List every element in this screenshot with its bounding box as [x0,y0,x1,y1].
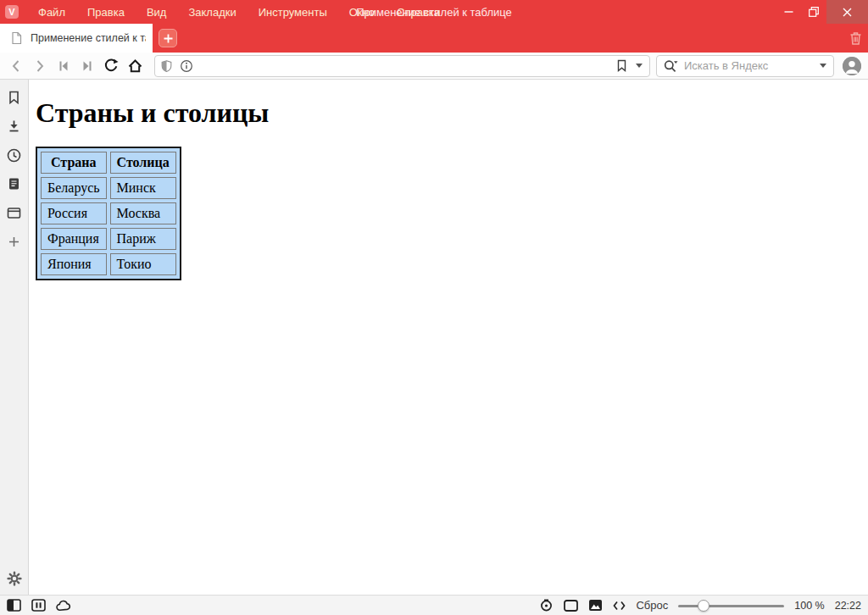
menu-file[interactable]: Файл [27,0,76,24]
info-icon[interactable] [180,59,193,73]
bookmark-icon [8,91,19,104]
menu-edit[interactable]: Правка [76,0,136,24]
rewind-button[interactable] [53,55,75,77]
toggle-images-button[interactable] [588,599,603,612]
reload-icon [103,58,119,74]
table-cell-capital: Токио [110,253,176,275]
table-cell-country: Россия [41,202,107,224]
browser-window: V Файл Правка Вид Закладки Инструменты О… [0,0,868,615]
plus-icon [164,34,173,43]
table-row: Япония Токио [41,253,176,275]
back-icon [10,59,22,73]
bookmarks-panel-button[interactable] [7,90,22,105]
forward-icon [34,59,46,73]
table-cell-country: Беларусь [41,177,107,199]
add-panel-button[interactable] [7,234,22,249]
menu-bar: Файл Правка Вид Закладки Инструменты Окн… [27,0,451,24]
table-row: Франция Париж [41,228,176,250]
history-icon [7,148,21,163]
fast-forward-button[interactable] [76,55,98,77]
image-icon [588,599,603,612]
developer-tools-button[interactable] [613,601,626,611]
tiling-button[interactable] [31,599,46,612]
bookmark-icon[interactable] [616,59,627,72]
sync-cloud-icon [56,600,72,612]
table-header-capital: Столица [110,152,176,174]
panel-sidebar [0,80,29,595]
close-button[interactable] [826,0,868,24]
panel-toggle-icon [7,599,21,612]
home-icon [127,58,143,74]
menu-view[interactable]: Вид [136,0,178,24]
zoom-level: 100 % [794,600,824,612]
notes-icon [8,177,20,191]
search-input[interactable] [684,59,820,72]
zoom-slider-handle[interactable] [698,600,709,612]
vivaldi-logo-icon[interactable]: V [5,5,19,19]
window-controls [776,0,868,24]
url-input[interactable] [198,59,616,72]
search-caret-down-icon[interactable] [820,64,826,68]
minimize-icon [784,8,793,16]
windows-panel-button[interactable] [7,205,22,220]
zoom-reset-button[interactable]: Сброс [636,599,668,612]
tiling-icon [31,599,46,612]
add-panel-icon [8,236,19,247]
menu-window[interactable]: Окно [338,0,386,24]
sync-button[interactable] [56,600,72,612]
forward-button[interactable] [29,55,51,77]
table-cell-country: Франция [41,228,107,250]
capture-page-button[interactable] [539,599,554,612]
tab-bar: Применение стилей к таблице [0,24,868,53]
restore-button[interactable] [801,0,826,24]
table-header-row: Страна Столица [41,152,176,174]
navigation-bar [0,53,868,80]
notes-panel-button[interactable] [7,176,22,191]
menu-tools[interactable]: Инструменты [248,0,338,24]
menu-bookmarks[interactable]: Закладки [177,0,247,24]
home-button[interactable] [124,55,146,77]
minimize-button[interactable] [776,0,801,24]
tab-title: Применение стилей к таблице [31,32,146,44]
table-row: Россия Москва [41,202,176,224]
web-page-content: Страны и столицы Страна Столица Беларусь… [29,80,868,595]
address-bar[interactable] [154,55,650,77]
zoom-slider[interactable] [678,600,784,612]
page-title: Страны и столицы [36,97,861,129]
tab-active[interactable]: Применение стилей к таблице [0,24,153,53]
search-icon[interactable] [664,59,678,73]
table-cell-capital: Париж [110,228,176,250]
reload-button[interactable] [100,55,122,77]
downloads-panel-button[interactable] [7,119,22,134]
bookmark-caret-down-icon[interactable] [636,64,643,68]
restore-icon [809,7,819,17]
menu-help[interactable]: Справка [386,0,451,24]
zoom-slider-track[interactable] [678,605,784,607]
table-cell-country: Япония [41,253,107,275]
rewind-icon [58,60,70,72]
table-header-country: Страна [41,152,107,174]
settings-button[interactable] [7,571,22,586]
page-icon [10,31,23,45]
closed-tabs-trash-button[interactable] [843,24,868,53]
main-area: Страны и столицы Страна Столица Беларусь… [0,80,868,595]
page-actions-button[interactable] [564,600,578,612]
new-tab-button[interactable] [159,29,177,47]
profile-button[interactable] [843,57,861,75]
table-cell-capital: Москва [110,202,176,224]
back-button[interactable] [5,55,27,77]
code-icon [613,601,626,611]
status-bar: Сброс 100 % 22:22 [0,595,868,615]
settings-icon [7,571,22,586]
table-cell-capital: Минск [110,177,176,199]
profile-icon [843,57,861,75]
trash-icon [849,31,862,46]
panel-toggle-button[interactable] [7,599,21,612]
search-field[interactable] [656,55,834,77]
address-bar-actions [616,59,644,72]
clock: 22:22 [835,600,861,612]
fast-forward-icon [81,60,93,72]
history-panel-button[interactable] [7,147,22,163]
shield-icon[interactable] [160,59,173,73]
countries-table: Страна Столица Беларусь Минск Россия Мос… [36,147,181,280]
